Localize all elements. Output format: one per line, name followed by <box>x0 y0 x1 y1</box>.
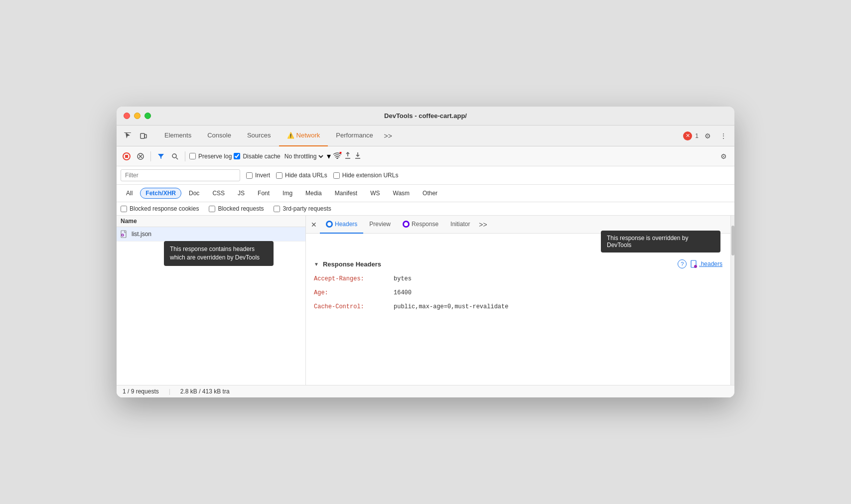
import-icon[interactable] <box>344 151 352 161</box>
requests-panel: Name list.json This response contains he… <box>117 216 306 385</box>
triangle-icon: ▼ <box>314 261 319 267</box>
type-filter-other[interactable]: Other <box>417 188 443 199</box>
tab-preview[interactable]: Preview <box>363 216 397 234</box>
tab-console[interactable]: Console <box>199 126 239 146</box>
preserve-log-label[interactable]: Preserve log <box>189 153 232 160</box>
svg-point-18 <box>122 234 124 236</box>
devtools-window: DevTools - coffee-cart.app/ <box>117 107 734 397</box>
type-filter-css[interactable]: CSS <box>207 188 230 199</box>
request-name: list.json <box>132 231 151 238</box>
help-icon[interactable]: ? <box>678 259 687 268</box>
svg-point-10 <box>337 158 338 159</box>
response-override-dot <box>403 221 410 228</box>
preserve-log-checkbox[interactable] <box>189 153 196 159</box>
type-filter-bar: All Fetch/XHR Doc CSS JS Font Img Media … <box>117 185 734 202</box>
maximize-button[interactable] <box>144 113 151 119</box>
network-settings-icon[interactable]: ⚙ <box>716 149 730 163</box>
blocked-response-cookies-label[interactable]: Blocked response cookies <box>121 205 199 212</box>
type-filter-ws[interactable]: WS <box>365 188 385 199</box>
filter-bar: Invert Hide data URLs Hide extension URL… <box>117 166 734 185</box>
type-filter-fetch-xhr[interactable]: Fetch/XHR <box>140 188 181 199</box>
filter-input[interactable] <box>121 169 240 181</box>
hide-data-urls-label[interactable]: Hide data URLs <box>276 172 327 179</box>
export-icon[interactable] <box>354 151 362 161</box>
requests-header: Name <box>117 216 305 227</box>
svg-point-20 <box>694 265 697 268</box>
third-party-requests-checkbox[interactable] <box>274 206 280 212</box>
more-tabs-button[interactable]: >> <box>381 129 395 143</box>
invert-checkbox[interactable] <box>246 172 253 179</box>
response-headers-section: ▼ Response Headers ? .headers <box>314 259 722 268</box>
type-filter-wasm[interactable]: Wasm <box>388 188 416 199</box>
tab-performance[interactable]: Performance <box>328 126 381 146</box>
hide-extension-urls-label[interactable]: Hide extension URLs <box>333 172 399 179</box>
filter-icon[interactable] <box>155 150 167 162</box>
header-row-accept-ranges: Accept-Ranges: bytes <box>314 274 722 283</box>
more-options-icon[interactable]: ⋮ <box>716 129 730 143</box>
invert-label[interactable]: Invert <box>246 172 270 179</box>
header-row-cache-control: Cache-Control: public,max-age=0,must-rev… <box>314 302 722 311</box>
details-content: ▼ Response Headers ? .headers <box>306 253 730 385</box>
header-row-age: Age: 16400 <box>314 288 722 297</box>
svg-rect-4 <box>125 155 128 158</box>
toolbar-divider-1 <box>150 151 151 161</box>
minimize-button[interactable] <box>134 113 141 119</box>
headers-override-dot <box>326 221 333 228</box>
requests-count: 1 / 9 requests <box>123 388 159 395</box>
more-detail-tabs-button[interactable]: >> <box>476 218 490 232</box>
type-filter-media[interactable]: Media <box>300 188 327 199</box>
details-panel: ✕ Headers Preview Response <box>306 216 730 385</box>
tab-headers[interactable]: Headers <box>320 216 363 234</box>
type-filter-manifest[interactable]: Manifest <box>329 188 363 199</box>
type-filter-doc[interactable]: Doc <box>183 188 205 199</box>
scrollbar[interactable] <box>730 216 734 385</box>
blocked-requests-checkbox[interactable] <box>209 206 215 212</box>
right-tooltip: This response is overridden by DevTools <box>601 231 720 252</box>
third-party-requests-label[interactable]: 3rd-party requests <box>274 205 331 212</box>
disable-cache-label[interactable]: Disable cache <box>234 153 280 160</box>
titlebar: DevTools - coffee-cart.app/ <box>117 107 734 126</box>
toolbar-divider-2 <box>185 151 185 161</box>
traffic-lights <box>124 113 151 119</box>
type-filter-js[interactable]: JS <box>232 188 250 199</box>
response-headers-title: Response Headers <box>323 260 381 268</box>
type-filter-font[interactable]: Font <box>252 188 275 199</box>
wifi-settings-icon[interactable] <box>333 152 342 160</box>
network-toolbar: Preserve log Disable cache No throttling… <box>117 146 734 166</box>
blocked-requests-label[interactable]: Blocked requests <box>209 205 264 212</box>
network-warning-icon: ⚠️ <box>287 132 294 139</box>
stop-recording-button[interactable] <box>121 150 133 162</box>
tab-initiator[interactable]: Initiator <box>444 216 476 234</box>
tab-bar-icons <box>121 129 150 143</box>
type-filter-all[interactable]: All <box>121 188 138 199</box>
svg-rect-1 <box>141 133 144 138</box>
hide-extension-urls-checkbox[interactable] <box>333 172 340 179</box>
headers-file-link[interactable]: .headers <box>691 260 722 268</box>
svg-rect-0 <box>124 132 131 133</box>
settings-icon[interactable]: ⚙ <box>701 129 714 143</box>
close-button[interactable] <box>124 113 130 119</box>
svg-rect-2 <box>144 134 146 138</box>
tab-bar-end: ✕ 1 ⚙ ⋮ <box>683 129 730 143</box>
tab-elements[interactable]: Elements <box>156 126 199 146</box>
devtools-body: Elements Console Sources ⚠️ Network Perf… <box>117 126 734 397</box>
json-file-icon <box>121 230 129 238</box>
hide-data-urls-checkbox[interactable] <box>276 172 283 179</box>
throttle-dropdown-icon: ▾ <box>327 151 331 161</box>
blocked-response-cookies-checkbox[interactable] <box>121 206 127 212</box>
device-icon[interactable] <box>137 129 150 143</box>
disable-cache-checkbox[interactable] <box>234 153 240 159</box>
throttle-select[interactable]: No throttling <box>283 152 325 160</box>
cursor-icon[interactable] <box>121 129 135 143</box>
request-row-list-json[interactable]: list.json This response contains headers… <box>117 227 305 242</box>
close-details-button[interactable]: ✕ <box>308 219 320 231</box>
tab-response[interactable]: Response <box>397 216 444 234</box>
blocked-row: Blocked response cookies Blocked request… <box>117 202 734 216</box>
type-filter-img[interactable]: Img <box>277 188 298 199</box>
tab-network[interactable]: ⚠️ Network <box>279 126 328 146</box>
tab-sources[interactable]: Sources <box>239 126 279 146</box>
svg-line-9 <box>176 157 178 159</box>
search-icon[interactable] <box>169 150 181 162</box>
left-tooltip: This response contains headers which are… <box>164 241 274 266</box>
clear-button[interactable] <box>135 150 146 162</box>
